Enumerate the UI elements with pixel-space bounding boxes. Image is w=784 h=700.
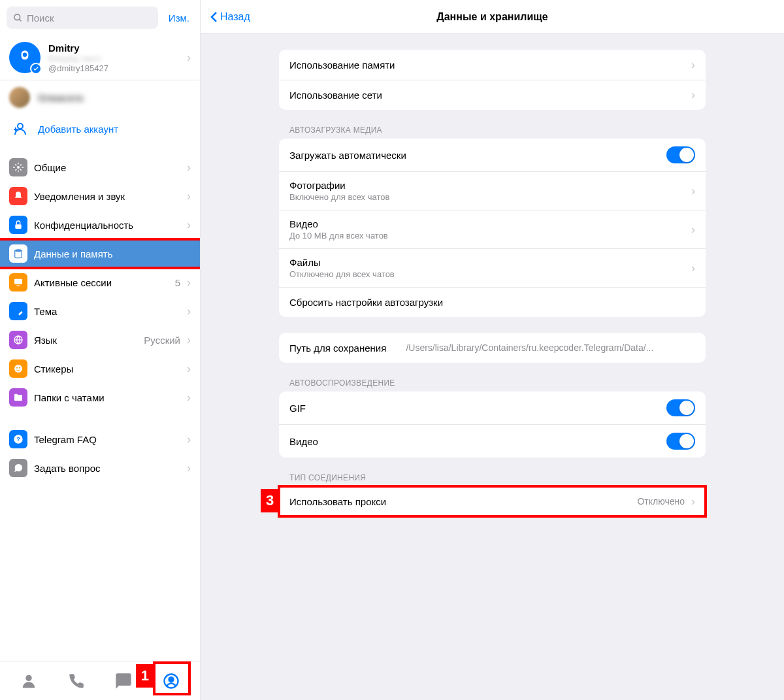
item-label: Активные сессии <box>34 277 169 288</box>
item-label: Тема <box>34 306 180 317</box>
sidebar-item-sessions[interactable]: Активные сессии 5 › <box>0 268 200 297</box>
sticker-icon <box>9 359 27 378</box>
row-files[interactable]: Файлы Отключено для всех чатов › <box>279 248 706 287</box>
svg-point-14 <box>16 367 18 369</box>
chevron-right-icon: › <box>187 190 191 203</box>
proxy-value: Отключено <box>637 496 685 507</box>
page-title: Данные и хранилище <box>436 11 547 23</box>
chevron-right-icon: › <box>187 161 191 175</box>
row-autoplay-video[interactable]: Видео <box>279 424 706 458</box>
tab-calls[interactable] <box>65 669 88 693</box>
row-label: Использовать прокси <box>289 496 630 507</box>
profile-row[interactable]: Dmitry блюред текст @dmitry185427 › <box>0 35 200 80</box>
chevron-right-icon: › <box>187 433 191 446</box>
sidebar-item-notifications[interactable]: Уведомления и звук › <box>0 182 200 210</box>
tab-contacts[interactable] <box>17 669 41 693</box>
row-autoplay-gif[interactable]: GIF <box>279 392 706 424</box>
svg-rect-9 <box>14 279 22 284</box>
sidebar-item-privacy[interactable]: Конфиденциальность › <box>0 210 200 239</box>
chevron-right-icon: › <box>691 184 695 198</box>
row-subtitle: До 10 MB для всех чатов <box>289 231 685 241</box>
edit-button[interactable]: Изм. <box>165 12 193 24</box>
sidebar-item-language[interactable]: Язык Русский › <box>0 325 200 354</box>
row-photos[interactable]: Фотографии Включено для всех чатов › <box>279 171 706 210</box>
svg-point-2 <box>23 52 27 57</box>
annotation-1: 1 <box>136 664 154 688</box>
sidebar-item-stickers[interactable]: Стикеры › <box>0 354 200 383</box>
item-label: Общие <box>34 162 180 173</box>
sidebar-item-faq[interactable]: ? Telegram FAQ › <box>0 425 200 454</box>
row-subtitle: Включено для всех чатов <box>289 192 685 202</box>
add-account-row[interactable]: Добавить аккаунт <box>0 114 200 144</box>
save-path-group: Путь для сохранения /Users/lisa/Library/… <box>279 333 706 363</box>
toggle-gif[interactable] <box>666 399 695 416</box>
usage-group: Использование памяти › Использование сет… <box>279 50 706 110</box>
svg-rect-7 <box>15 224 21 229</box>
brush-icon <box>9 302 27 320</box>
other-account-name: Олкасата <box>38 92 83 103</box>
sidebar-item-theme[interactable]: Тема › <box>0 297 200 325</box>
row-label: Загружать автоматически <box>289 150 660 161</box>
sidebar-item-ask[interactable]: Задать вопрос › <box>0 454 200 482</box>
back-button[interactable]: Назад <box>201 11 259 23</box>
row-label: Использование памяти <box>289 59 685 71</box>
devices-icon <box>9 273 27 292</box>
autoplay-group: GIF Видео <box>279 392 706 458</box>
chevron-right-icon: › <box>691 261 695 275</box>
chevron-right-icon: › <box>187 305 191 318</box>
settings-list: Общие › Уведомления и звук › Конфиденциа… <box>0 153 200 661</box>
other-account-row[interactable]: Олкасата <box>0 80 200 114</box>
toggle-video[interactable] <box>666 433 695 450</box>
row-video[interactable]: Видео До 10 MB для всех чатов › <box>279 210 706 248</box>
row-proxy[interactable]: Использовать прокси Отключено › <box>279 486 706 516</box>
lock-icon <box>9 216 27 234</box>
globe-icon <box>9 331 27 349</box>
save-path-value: /Users/lisa/Library/Containers/ru.keepco… <box>406 342 653 353</box>
verified-badge-icon <box>30 63 42 75</box>
svg-point-20 <box>169 677 173 682</box>
chevron-right-icon: › <box>187 461 191 475</box>
annotation-3: 3 <box>261 489 279 512</box>
row-label: Путь для сохранения <box>289 342 386 354</box>
row-label: Файлы <box>289 257 685 268</box>
row-auto-download[interactable]: Загружать автоматически <box>279 139 706 171</box>
bell-icon <box>9 187 27 205</box>
search-icon <box>13 13 23 23</box>
auto-media-header: АВТОЗАГРУЗКА МЕДИА <box>279 125 706 139</box>
svg-text:?: ? <box>16 436 20 442</box>
sidebar-item-data[interactable]: Данные и память 2 <box>0 239 200 268</box>
svg-line-1 <box>19 19 21 21</box>
profile-phone: блюред текст <box>48 54 179 63</box>
search-input[interactable]: Поиск <box>7 7 158 29</box>
autoplay-header: АВТОВОСПРОИЗВЕДЕНИЕ <box>279 378 706 392</box>
profile-name: Dmitry <box>48 42 179 54</box>
item-label: Конфиденциальность <box>34 220 180 231</box>
row-network-usage[interactable]: Использование сети › <box>279 80 706 110</box>
row-label: Сбросить настройки автозагрузки <box>289 297 695 308</box>
other-account-avatar <box>9 87 30 108</box>
sidebar-item-general[interactable]: Общие › <box>0 153 200 182</box>
row-label: Видео <box>289 436 660 447</box>
content: Использование памяти › Использование сет… <box>201 34 784 700</box>
svg-point-13 <box>14 365 22 373</box>
toggle-auto-download[interactable] <box>666 146 695 163</box>
sidebar-item-folders[interactable]: Папки с чатами › <box>0 383 200 412</box>
language-value: Русский <box>144 335 180 346</box>
item-label: Задать вопрос <box>34 463 180 474</box>
gear-icon <box>9 158 27 176</box>
profile-handle: @dmitry185427 <box>48 63 179 73</box>
row-reset-auto[interactable]: Сбросить настройки автозагрузки <box>279 287 706 317</box>
chevron-right-icon: › <box>187 333 191 347</box>
main-panel: Назад Данные и хранилище Использование п… <box>201 0 784 700</box>
avatar <box>9 42 41 73</box>
add-account-icon <box>9 121 30 137</box>
tab-settings[interactable]: 1 <box>159 669 183 693</box>
row-save-path[interactable]: Путь для сохранения /Users/lisa/Library/… <box>279 333 706 363</box>
add-account-label: Добавить аккаунт <box>38 124 118 135</box>
item-label: Данные и память <box>34 248 191 259</box>
tab-chats[interactable] <box>112 669 135 693</box>
auto-media-group: Загружать автоматически Фотографии Включ… <box>279 139 706 317</box>
chevron-right-icon: › <box>691 88 695 102</box>
chevron-right-icon: › <box>187 276 191 290</box>
row-storage-usage[interactable]: Использование памяти › <box>279 50 706 80</box>
